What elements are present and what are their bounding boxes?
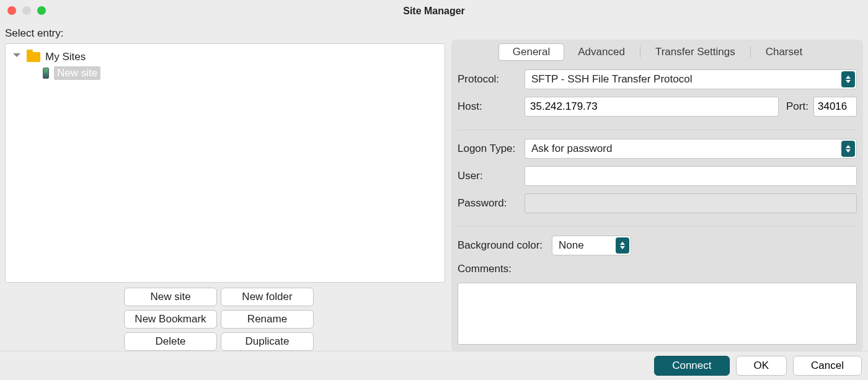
tab-advanced[interactable]: Advanced (564, 44, 639, 60)
root-label: My Sites (45, 51, 86, 63)
bgcolor-label: Background color: (458, 239, 552, 252)
host-label: Host: (458, 100, 525, 113)
new-folder-button[interactable]: New folder (221, 288, 314, 306)
tab-transfer[interactable]: Transfer Settings (642, 44, 749, 60)
window-controls (7, 6, 46, 15)
titlebar: Site Manager (0, 0, 868, 22)
host-input[interactable] (525, 97, 779, 117)
comments-textarea[interactable] (458, 283, 857, 345)
tree-item-new-site[interactable]: New site (7, 65, 443, 81)
ok-button[interactable]: OK (736, 356, 787, 376)
tab-separator (750, 46, 751, 58)
logon-type-value: Ask for password (531, 143, 612, 155)
user-input[interactable] (525, 166, 857, 186)
entries-panel: Select entry: My Sites New site New site… (5, 22, 445, 351)
window-title: Site Manager (403, 6, 465, 17)
dialog-footer: Connect OK Cancel (0, 351, 868, 379)
rename-button[interactable]: Rename (221, 310, 314, 329)
new-site-button[interactable]: New site (124, 288, 217, 306)
port-input[interactable] (813, 97, 857, 117)
logon-type-select[interactable]: Ask for password (525, 139, 857, 159)
select-arrows-icon (841, 71, 855, 87)
password-input[interactable] (525, 193, 857, 213)
user-label: User: (458, 170, 525, 182)
password-label: Password: (458, 197, 525, 210)
divider (458, 125, 857, 130)
comments-label: Comments: (458, 263, 525, 275)
settings-tabs: General Advanced Transfer Settings Chars… (458, 43, 857, 61)
tab-charset[interactable]: Charset (752, 44, 817, 60)
close-icon[interactable] (7, 6, 16, 15)
logon-type-label: Logon Type: (458, 143, 525, 155)
chevron-down-icon[interactable] (13, 53, 20, 61)
zoom-icon[interactable] (37, 6, 46, 15)
duplicate-button[interactable]: Duplicate (221, 332, 314, 351)
entry-buttons: New site New folder New Bookmark Rename … (124, 288, 445, 351)
protocol-label: Protocol: (458, 73, 525, 86)
delete-button[interactable]: Delete (124, 332, 217, 351)
site-label: New site (54, 66, 100, 80)
tree-root[interactable]: My Sites (7, 49, 443, 65)
select-arrows-icon (616, 237, 629, 254)
select-arrows-icon (841, 141, 855, 157)
new-bookmark-button[interactable]: New Bookmark (124, 310, 217, 329)
connect-button[interactable]: Connect (654, 356, 729, 376)
port-label: Port: (786, 100, 813, 113)
bgcolor-select[interactable]: None (552, 236, 631, 255)
select-entry-label: Select entry: (5, 22, 445, 43)
cancel-button[interactable]: Cancel (793, 356, 862, 376)
divider (458, 222, 857, 227)
tab-separator (640, 46, 640, 58)
tab-general[interactable]: General (498, 43, 564, 61)
minimize-icon[interactable] (22, 6, 31, 15)
site-settings-panel: General Advanced Transfer Settings Chars… (451, 40, 863, 351)
server-icon (43, 68, 49, 79)
protocol-value: SFTP - SSH File Transfer Protocol (531, 73, 692, 86)
site-tree[interactable]: My Sites New site (5, 43, 445, 283)
protocol-select[interactable]: SFTP - SSH File Transfer Protocol (525, 69, 857, 89)
folder-icon (27, 52, 40, 62)
bgcolor-value: None (559, 239, 584, 252)
